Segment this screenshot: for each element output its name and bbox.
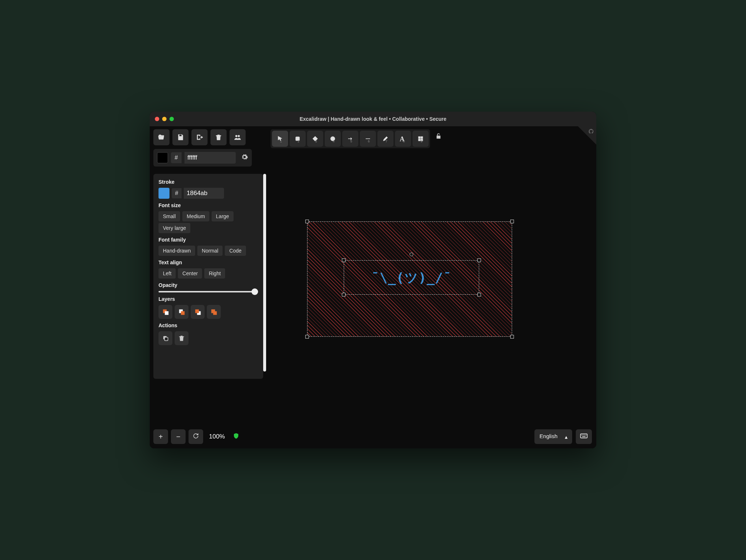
background-hex-input[interactable] [184, 152, 236, 164]
opacity-slider[interactable] [158, 291, 258, 292]
chevron-up-icon: ▴ [565, 434, 568, 440]
tool-library[interactable]: 9 [413, 131, 429, 147]
fontsize-verylarge[interactable]: Very large [158, 223, 190, 233]
maximize-window[interactable] [169, 117, 174, 121]
settings-button[interactable] [241, 153, 248, 162]
zoom-reset-button[interactable] [189, 429, 203, 444]
shield-icon [233, 433, 239, 441]
properties-panel: Stroke # Font size Small Medium Large Ve… [153, 174, 263, 379]
fontsize-large[interactable]: Large [212, 211, 234, 221]
tool-number: 4 [333, 139, 339, 146]
unlock-icon [435, 134, 442, 141]
tool-rectangle[interactable]: 2 [290, 131, 306, 147]
language-select[interactable]: English ▴ [534, 429, 572, 444]
tool-number: 8 [403, 139, 410, 146]
fontfamily-code[interactable]: Code [225, 246, 246, 256]
zoom-in-button[interactable]: + [153, 429, 168, 444]
background-swatch[interactable] [157, 152, 168, 163]
tool-number: 5 [350, 139, 357, 146]
fontsize-heading: Font size [158, 202, 258, 208]
svg-rect-9 [165, 311, 168, 315]
resize-handle-tl[interactable] [342, 258, 346, 262]
folder-open-icon [158, 134, 165, 141]
layer-bring-to-front[interactable] [207, 305, 221, 319]
stroke-heading: Stroke [158, 179, 258, 185]
fontfamily-normal[interactable]: Normal [197, 246, 223, 256]
tool-ellipse[interactable]: 4 [325, 131, 341, 147]
export-button[interactable] [191, 129, 208, 145]
keyboard-shortcuts-button[interactable] [576, 429, 592, 444]
trash-icon [215, 134, 222, 141]
resize-handle-bl[interactable] [342, 293, 346, 296]
background-color-row: # [153, 149, 252, 167]
svg-rect-19 [581, 434, 587, 438]
canvas-text-selection[interactable] [344, 260, 479, 295]
language-label: English [540, 433, 557, 439]
collaborate-button[interactable] [230, 129, 246, 145]
save-icon [177, 134, 184, 141]
textalign-center[interactable]: Center [178, 268, 202, 279]
tool-number: 3 [315, 139, 322, 146]
svg-rect-22 [584, 435, 585, 436]
svg-point-1 [238, 135, 240, 137]
zoom-controls: + − 100% [153, 429, 239, 444]
clear-button[interactable] [210, 129, 227, 145]
svg-rect-23 [586, 435, 586, 436]
plus-icon: + [158, 433, 163, 441]
tool-selection[interactable]: 1 [272, 131, 288, 147]
svg-rect-20 [582, 435, 582, 436]
svg-rect-21 [583, 435, 583, 436]
minimize-window[interactable] [162, 117, 167, 121]
panel-scrollbar[interactable] [263, 174, 266, 372]
zoom-out-button[interactable]: − [171, 429, 186, 444]
resize-handle-br[interactable] [510, 335, 514, 339]
encryption-badge[interactable] [233, 433, 239, 441]
tool-number: 9 [421, 139, 427, 146]
github-icon[interactable] [588, 128, 594, 136]
fontfamily-handdrawn[interactable]: Hand-drawn [158, 246, 195, 256]
svg-rect-11 [181, 311, 184, 315]
fontsize-small[interactable]: Small [158, 211, 180, 221]
svg-rect-6 [418, 139, 420, 141]
textalign-right[interactable]: Right [204, 268, 225, 279]
svg-rect-16 [211, 309, 215, 313]
opacity-heading: Opacity [158, 282, 258, 288]
svg-rect-4 [418, 137, 420, 138]
textalign-left[interactable]: Left [158, 268, 176, 279]
rotate-handle[interactable] [410, 253, 413, 256]
resize-handle-bl[interactable] [305, 335, 309, 339]
shape-toolbar: 1 2 3 4 5 6 7 [271, 129, 430, 148]
svg-rect-5 [421, 137, 423, 138]
menu-bar [153, 129, 246, 145]
tool-line[interactable]: 6 [360, 131, 376, 147]
action-duplicate[interactable] [158, 331, 172, 345]
reset-icon [193, 433, 199, 441]
resize-handle-tr[interactable] [510, 220, 514, 223]
stroke-hex-input[interactable] [184, 188, 224, 199]
action-delete[interactable] [175, 331, 189, 345]
tool-diamond[interactable]: 3 [307, 131, 323, 147]
hash-label: # [172, 188, 182, 198]
layer-send-backward[interactable] [175, 305, 189, 319]
resize-handle-tl[interactable] [305, 220, 309, 223]
fontsize-medium[interactable]: Medium [182, 211, 209, 221]
layer-bring-forward[interactable] [191, 305, 205, 319]
open-button[interactable] [153, 129, 169, 145]
tool-arrow[interactable]: 5 [342, 131, 358, 147]
tool-draw[interactable]: 7 [377, 131, 393, 147]
lock-toggle[interactable] [435, 133, 442, 141]
tool-number: 6 [368, 139, 374, 146]
resize-handle-tr[interactable] [477, 258, 481, 262]
tool-text[interactable]: A 8 [395, 131, 411, 147]
resize-handle-br[interactable] [477, 293, 481, 296]
app-content: 1 2 3 4 5 6 7 [150, 126, 596, 448]
tool-number: 7 [385, 139, 392, 146]
svg-rect-13 [195, 309, 199, 313]
stroke-swatch[interactable] [158, 188, 169, 199]
layer-send-to-back[interactable] [158, 305, 172, 319]
zoom-level[interactable]: 100% [206, 433, 228, 440]
window-title: Excalidraw | Hand-drawn look & feel • Co… [150, 116, 596, 122]
footer-right: English ▴ [534, 429, 592, 444]
close-window[interactable] [155, 117, 159, 121]
save-button[interactable] [172, 129, 189, 145]
